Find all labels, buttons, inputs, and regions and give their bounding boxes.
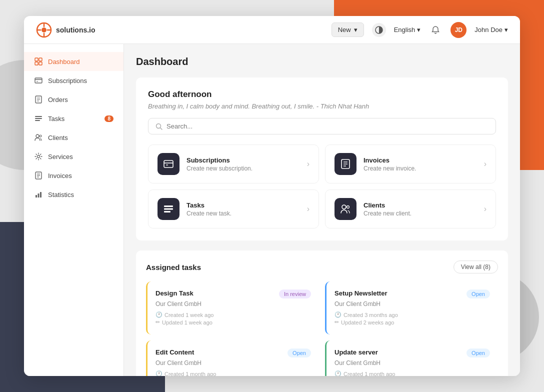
quote-text: Breathing in, I calm body and mind. Brea… xyxy=(148,102,496,110)
contrast-button[interactable] xyxy=(372,23,386,37)
user-menu[interactable]: John Doe ▾ xyxy=(474,26,508,34)
task-client: Our Client GmbH xyxy=(156,360,311,366)
quick-title-invoices: Invoices xyxy=(364,156,477,164)
svg-rect-33 xyxy=(164,160,173,168)
task-card[interactable]: Setup Newsletter Open Our Client GmbH 🕐 … xyxy=(325,282,498,334)
svg-point-1 xyxy=(42,28,46,32)
svg-rect-41 xyxy=(164,208,173,210)
quick-arrow-tasks: › xyxy=(307,204,310,214)
task-name: Design Task xyxy=(156,290,194,297)
svg-line-32 xyxy=(160,128,162,130)
svg-rect-20 xyxy=(35,120,40,121)
task-updated: ✏ Updated 2 weeks ago xyxy=(334,319,490,326)
task-name: Edit Content xyxy=(156,348,194,356)
quick-subtitle-tasks: Create new task. xyxy=(186,210,300,217)
language-selector[interactable]: English ▾ xyxy=(394,26,421,34)
quick-card-invoices[interactable]: Invoices Create new invoice. › xyxy=(325,144,496,184)
quick-arrow-clients: › xyxy=(484,204,486,214)
task-card[interactable]: Update server Open Our Client GmbH 🕐 Cre… xyxy=(325,340,498,376)
svg-rect-42 xyxy=(164,211,170,212)
clock-icon: 🕐 xyxy=(156,370,162,376)
quick-icon-tasks xyxy=(158,198,180,220)
quick-subtitle-invoices: Create new invoice. xyxy=(364,165,477,172)
task-client: Our Client GmbH xyxy=(334,300,490,308)
sidebar-label-services: Services xyxy=(48,153,73,160)
sidebar-item-tasks[interactable]: Tasks 8 xyxy=(24,109,124,128)
svg-rect-30 xyxy=(40,192,42,198)
logo-text: solutions.io xyxy=(56,26,96,34)
tasks-grid: Design Task In review Our Client GmbH 🕐 … xyxy=(146,282,498,376)
greeting-text: Good afternoon xyxy=(148,90,496,100)
sidebar-item-orders[interactable]: Orders xyxy=(24,90,124,109)
sidebar-label-dashboard: Dashboard xyxy=(48,58,80,66)
task-card[interactable]: Edit Content Open Our Client GmbH 🕐 Crea… xyxy=(146,340,319,376)
sidebar-item-clients[interactable]: Clients xyxy=(24,128,124,147)
sidebar-label-invoices: Invoices xyxy=(48,172,72,180)
quick-card-tasks[interactable]: Tasks Create new task. › xyxy=(148,190,319,228)
sidebar-label-clients: Clients xyxy=(48,134,68,142)
quick-card-clients[interactable]: Clients Create new client. › xyxy=(325,190,496,228)
subscriptions-icon xyxy=(34,76,43,85)
pencil-icon: ✏ xyxy=(334,319,339,326)
logo-area: solutions.io xyxy=(36,22,332,38)
task-name: Setup Newsletter xyxy=(334,290,387,297)
task-card[interactable]: Design Task In review Our Client GmbH 🕐 … xyxy=(146,282,319,334)
sidebar-item-statistics[interactable]: Statistics xyxy=(24,185,124,204)
sidebar-label-subscriptions: Subscriptions xyxy=(48,77,87,84)
svg-rect-18 xyxy=(35,116,42,117)
search-bar[interactable] xyxy=(148,118,496,134)
quick-title-tasks: Tasks xyxy=(186,202,300,209)
section-title: Assigned tasks xyxy=(146,263,201,272)
services-icon xyxy=(34,152,43,161)
task-updated: ✏ Updated 1 week ago xyxy=(156,319,311,326)
sidebar-label-tasks: Tasks xyxy=(48,115,64,122)
svg-rect-9 xyxy=(35,62,38,65)
section-header: Assigned tasks View all (8) xyxy=(146,260,498,274)
sidebar-item-subscriptions[interactable]: Subscriptions xyxy=(24,71,124,90)
app-body: Dashboard Subscriptions Orders xyxy=(24,44,520,376)
assigned-tasks-section: Assigned tasks View all (8) Design Task … xyxy=(136,250,508,376)
quick-card-subscriptions[interactable]: Subscriptions Create new subscription. › xyxy=(148,144,319,184)
avatar: JD xyxy=(450,22,466,38)
user-chevron-icon: ▾ xyxy=(504,26,508,34)
search-input[interactable] xyxy=(166,122,488,130)
svg-point-44 xyxy=(347,206,350,208)
task-created: 🕐 Created 1 month ago xyxy=(156,370,311,376)
svg-point-22 xyxy=(40,135,42,137)
svg-rect-19 xyxy=(35,118,42,119)
quick-icon-clients xyxy=(334,198,356,220)
quick-title-subscriptions: Subscriptions xyxy=(186,156,300,164)
view-all-button[interactable]: View all (8) xyxy=(454,260,498,274)
sidebar-item-dashboard[interactable]: Dashboard xyxy=(24,52,124,71)
tasks-badge: 8 xyxy=(104,116,114,122)
task-header: Design Task In review xyxy=(156,290,311,298)
quick-arrow-subscriptions: › xyxy=(307,160,310,168)
orders-icon xyxy=(34,95,43,104)
sidebar-item-invoices[interactable]: Invoices xyxy=(24,166,124,185)
task-client: Our Client GmbH xyxy=(156,300,311,308)
pencil-icon: ✏ xyxy=(156,319,160,326)
quick-arrow-invoices: › xyxy=(484,160,486,168)
status-badge: Open xyxy=(466,290,490,298)
new-button[interactable]: New ▾ xyxy=(332,22,364,37)
quick-actions-grid: Subscriptions Create new subscription. ›… xyxy=(148,144,496,228)
sidebar-item-services[interactable]: Services xyxy=(24,147,124,166)
svg-rect-7 xyxy=(35,58,38,61)
svg-point-43 xyxy=(342,205,346,209)
quick-title-clients: Clients xyxy=(364,202,477,209)
svg-point-21 xyxy=(36,134,39,138)
header: solutions.io New ▾ English ▾ JD John Doe… xyxy=(24,16,520,44)
header-actions: New ▾ English ▾ JD John Doe ▾ xyxy=(332,22,508,38)
svg-rect-8 xyxy=(39,58,42,61)
search-icon xyxy=(156,123,162,130)
svg-rect-10 xyxy=(39,62,42,65)
quick-icon-invoices xyxy=(334,153,356,175)
sidebar-label-statistics: Statistics xyxy=(48,191,74,198)
svg-rect-11 xyxy=(35,78,42,83)
page-title: Dashboard xyxy=(136,56,508,68)
quick-icon-subscriptions xyxy=(158,153,180,175)
svg-rect-29 xyxy=(38,194,40,198)
svg-rect-28 xyxy=(36,195,37,198)
svg-point-23 xyxy=(38,156,40,158)
notifications-button[interactable] xyxy=(428,23,442,37)
